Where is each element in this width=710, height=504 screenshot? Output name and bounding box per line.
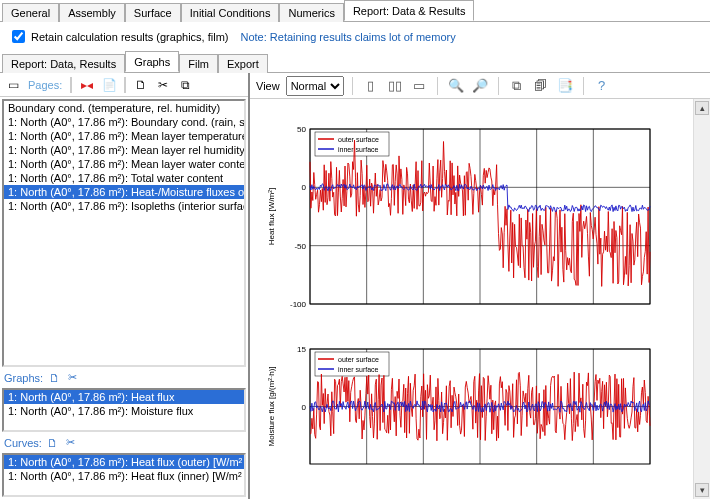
vertical-scrollbar[interactable]: ▴ ▾ bbox=[693, 99, 710, 499]
graphs-label: Graphs: bbox=[4, 372, 43, 384]
subtab-export[interactable]: Export bbox=[218, 54, 268, 73]
retain-note: Note: Retaining results claims lot of me… bbox=[240, 31, 455, 43]
new-page-icon[interactable]: ▸◂ bbox=[78, 76, 96, 94]
export-chart-icon[interactable]: 🗐 bbox=[531, 76, 551, 96]
list-item[interactable]: Boundary cond. (temperature, rel. humidi… bbox=[4, 101, 244, 115]
view-label: View bbox=[256, 80, 280, 92]
pages-list[interactable]: Boundary cond. (temperature, rel. humidi… bbox=[2, 99, 246, 367]
tab-numerics[interactable]: Numerics bbox=[279, 3, 343, 22]
tab-assembly[interactable]: Assembly bbox=[59, 3, 125, 22]
separator bbox=[437, 77, 438, 95]
separator bbox=[583, 77, 584, 95]
cut-icon[interactable]: ✂ bbox=[64, 436, 78, 449]
subtab-film[interactable]: Film bbox=[179, 54, 218, 73]
list-item[interactable]: 1: North (A0°, 17.86 m²): Heat-/Moisture… bbox=[4, 185, 244, 199]
cut-icon[interactable]: ✂ bbox=[65, 371, 79, 384]
copy-icon[interactable]: ⧉ bbox=[176, 76, 194, 94]
subtab-graphs[interactable]: Graphs bbox=[125, 51, 179, 72]
view-toolbar: View Normal ▯ ▯▯ ▭ 🔍 🔎 ⧉ 🗐 📑 ? bbox=[250, 73, 710, 99]
list-item[interactable]: 1: North (A0°, 17.86 m²): Total water co… bbox=[4, 171, 244, 185]
list-item[interactable]: 1: North (A0°, 17.86 m²): Mean layer rel… bbox=[4, 143, 244, 157]
svg-text:outer surface: outer surface bbox=[338, 136, 379, 143]
svg-text:0: 0 bbox=[302, 403, 307, 412]
left-pane: ▭ Pages: ▸◂ 📄 🗋 ✂ ⧉ Boundary cond. (temp… bbox=[0, 73, 250, 499]
svg-text:inner surface: inner surface bbox=[338, 146, 379, 153]
list-item[interactable]: 1: North (A0°, 17.86 m²): Moisture flux bbox=[4, 404, 244, 418]
svg-text:-100: -100 bbox=[290, 300, 307, 309]
tab-surface[interactable]: Surface bbox=[125, 3, 181, 22]
retain-row: Retain calculation results (graphics, fi… bbox=[0, 22, 710, 49]
new-folder-icon[interactable]: 🗋 bbox=[132, 76, 150, 94]
zoom-in-icon[interactable]: 🔍 bbox=[446, 76, 466, 96]
separator bbox=[70, 77, 72, 93]
svg-text:inner surface: inner surface bbox=[338, 366, 379, 373]
two-page-icon[interactable]: ▯▯ bbox=[385, 76, 405, 96]
separator bbox=[352, 77, 353, 95]
svg-text:0: 0 bbox=[302, 183, 307, 192]
help-icon[interactable]: ? bbox=[592, 76, 612, 96]
scroll-up-icon[interactable]: ▴ bbox=[695, 101, 709, 115]
separator bbox=[498, 77, 499, 95]
curves-header: Curves: 🗋 ✂ bbox=[0, 434, 248, 451]
new-icon[interactable]: 🗋 bbox=[47, 372, 61, 384]
list-item[interactable]: 1: North (A0°, 17.86 m²): Boundary cond.… bbox=[4, 115, 244, 129]
sub-tab-bar: Report: Data, Results Graphs Film Export bbox=[0, 51, 710, 73]
plot-area: -100-50050Heat flux [W/m²]outer surfacei… bbox=[250, 99, 710, 499]
list-item[interactable]: 1: North (A0°, 17.86 m²): Isopleths (int… bbox=[4, 199, 244, 213]
view-select[interactable]: Normal bbox=[286, 76, 344, 96]
cut-icon[interactable]: ✂ bbox=[154, 76, 172, 94]
pages-label: Pages: bbox=[28, 79, 62, 91]
curves-label: Curves: bbox=[4, 437, 42, 449]
svg-text:15: 15 bbox=[297, 345, 306, 354]
page-layout-icon[interactable]: ▭ bbox=[4, 76, 22, 94]
retain-label: Retain calculation results (graphics, fi… bbox=[31, 31, 228, 43]
graphs-list[interactable]: 1: North (A0°, 17.86 m²): Heat flux 1: N… bbox=[2, 388, 246, 432]
tab-general[interactable]: General bbox=[2, 3, 59, 22]
svg-text:50: 50 bbox=[297, 125, 306, 134]
tab-initial-conditions[interactable]: Initial Conditions bbox=[181, 3, 280, 22]
svg-text:outer surface: outer surface bbox=[338, 356, 379, 363]
copy-page-icon[interactable]: 📄 bbox=[100, 76, 118, 94]
new-icon[interactable]: 🗋 bbox=[46, 437, 60, 449]
retain-checkbox[interactable] bbox=[12, 30, 25, 43]
charts-svg: -100-50050Heat flux [W/m²]outer surfacei… bbox=[250, 99, 690, 499]
zoom-out-icon[interactable]: 🔎 bbox=[470, 76, 490, 96]
pages-toolbar: ▭ Pages: ▸◂ 📄 🗋 ✂ ⧉ bbox=[0, 73, 248, 97]
curves-list[interactable]: 1: North (A0°, 17.86 m²): Heat flux (out… bbox=[2, 453, 246, 497]
graphs-header: Graphs: 🗋 ✂ bbox=[0, 369, 248, 386]
separator bbox=[124, 77, 126, 93]
svg-text:Heat flux [W/m²]: Heat flux [W/m²] bbox=[267, 188, 276, 245]
list-item[interactable]: 1: North (A0°, 17.86 m²): Mean layer wat… bbox=[4, 157, 244, 171]
list-item[interactable]: 1: North (A0°, 17.86 m²): Heat flux (inn… bbox=[4, 469, 244, 483]
subtab-report-data[interactable]: Report: Data, Results bbox=[2, 54, 125, 73]
right-pane: View Normal ▯ ▯▯ ▭ 🔍 🔎 ⧉ 🗐 📑 ? -100-5005… bbox=[250, 73, 710, 499]
svg-text:Moisture flux [g/(m²·h)]: Moisture flux [g/(m²·h)] bbox=[267, 366, 276, 446]
scroll-down-icon[interactable]: ▾ bbox=[695, 483, 709, 497]
tab-report-data-results[interactable]: Report: Data & Results bbox=[344, 0, 475, 21]
svg-text:-50: -50 bbox=[294, 242, 306, 251]
full-page-icon[interactable]: ▭ bbox=[409, 76, 429, 96]
page-icon[interactable]: ▯ bbox=[361, 76, 381, 96]
copy-chart-icon[interactable]: ⧉ bbox=[507, 76, 527, 96]
list-item[interactable]: 1: North (A0°, 17.86 m²): Heat flux bbox=[4, 390, 244, 404]
list-item[interactable]: 1: North (A0°, 17.86 m²): Heat flux (out… bbox=[4, 455, 244, 469]
main-tab-bar: General Assembly Surface Initial Conditi… bbox=[0, 0, 710, 22]
list-item[interactable]: 1: North (A0°, 17.86 m²): Mean layer tem… bbox=[4, 129, 244, 143]
settings-icon[interactable]: 📑 bbox=[555, 76, 575, 96]
